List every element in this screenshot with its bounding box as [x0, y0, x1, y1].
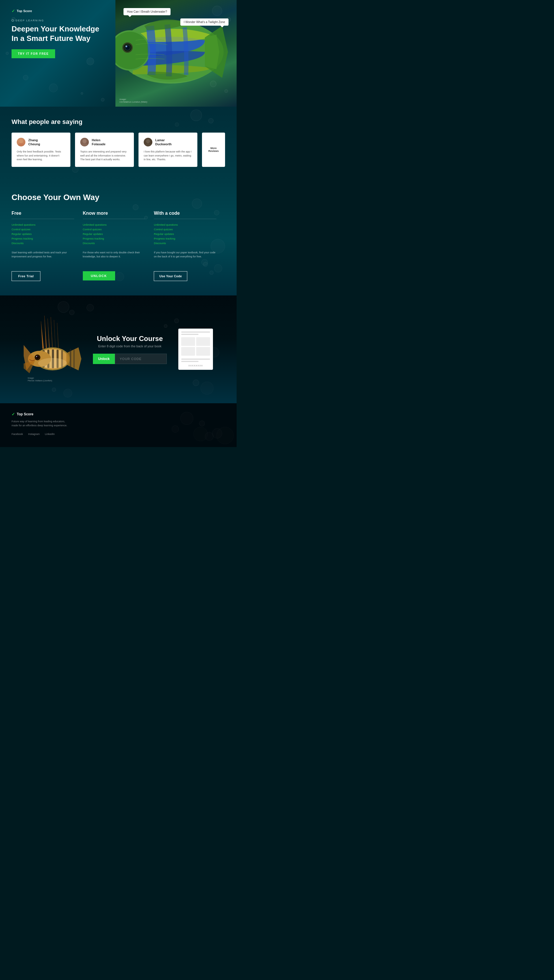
feature-free-1: Unlimited questions [11, 223, 74, 226]
plan-desc-know: For those who want not to only double ch… [83, 250, 145, 265]
plan-divider-code [154, 219, 216, 219]
svg-point-9 [19, 139, 23, 143]
testimonials-row: ZhangCheung Only the best feedback possi… [11, 133, 225, 167]
feature-code-1: Unlimited questions [154, 223, 216, 226]
footer-link-linkedin[interactable]: LinkedIn [45, 433, 55, 436]
pricing-col-code: With a code Unlimited questions Control … [154, 211, 225, 281]
book-line-1 [181, 331, 210, 332]
testimonial-card-2: HelenFolasade Topics are interesting and… [75, 133, 134, 167]
testimonial-card-3: LamarDuckworth I love this platform beca… [139, 133, 197, 167]
avatar-helen [80, 138, 89, 146]
book-grid [181, 337, 210, 356]
pricing-section: Choose Your Own Way Free Unlimited quest… [0, 181, 236, 296]
plan-name-free: Free [11, 211, 74, 216]
footer-link-instagram[interactable]: Instagram [28, 433, 40, 436]
svg-rect-31 [70, 349, 71, 369]
plan-desc-code: If you have bought our paper textbook, f… [154, 250, 216, 265]
use-code-button[interactable]: Use Your Code [154, 271, 187, 281]
lionfish-illustration: Image: Pterois Volitans (Lionfish) [24, 313, 81, 386]
book-line-4 [181, 361, 198, 362]
reviewer-name-2: HelenFolasade [92, 138, 105, 146]
lionfish-caption: Image: Pterois Volitans (Lionfish) [28, 377, 52, 382]
more-reviews-label: More Reviews [207, 147, 220, 153]
book-block-1 [181, 337, 195, 346]
fish-caption: Image: Cirrhilabrus Lunatus (Male) [120, 98, 147, 103]
unlock-subtitle: Enter 8 digit code from the back of your… [93, 344, 167, 348]
footer-logo: ✓ Top Score [11, 412, 225, 417]
pricing-col-know-more: Know more Unlimited questions Control qu… [83, 211, 154, 281]
avatar-lamar [144, 138, 152, 146]
svg-point-11 [83, 139, 86, 143]
hero-title: Deepen Your Knowledge In a Smart Future … [11, 24, 104, 43]
footer: ✓ Top Score Future way of learning from … [0, 403, 236, 447]
plan-desc-free: Start learning with unlimited tests and … [11, 250, 74, 265]
feature-code-4: Progress tracking [154, 237, 216, 240]
feature-know-2: Control quizzes [83, 228, 145, 231]
footer-check-icon: ✓ [11, 412, 15, 417]
check-icon: ✓ [11, 9, 15, 13]
svg-rect-32 [73, 350, 75, 368]
footer-link-facebook[interactable]: Facebook [11, 433, 23, 436]
reviewer-3: LamarDuckworth [144, 138, 192, 146]
testimonials-section: What people are saying ZhangCheung Only … [0, 107, 236, 181]
feature-code-2: Control quizzes [154, 228, 216, 231]
book-block-2 [196, 337, 210, 346]
svg-point-33 [38, 358, 67, 368]
book-mockup: XXXXXXXX [178, 329, 213, 370]
feature-free-2: Control quizzes [11, 228, 74, 231]
feature-free-5: Discounts [11, 242, 74, 245]
speech-bubble-1: How Can I Breath Underwater? [123, 8, 171, 15]
feature-code-5: Discounts [154, 242, 216, 245]
book-inner [181, 331, 210, 362]
hero-left-panel: ✓ Top Score DEEP LEARNING Deepen Your Kn… [0, 0, 115, 107]
hero-section: ✓ Top Score DEEP LEARNING Deepen Your Kn… [0, 0, 236, 107]
reviewer-name-1: ZhangCheung [28, 138, 40, 146]
more-reviews-card[interactable]: More Reviews [202, 133, 225, 167]
svg-point-13 [146, 139, 150, 143]
unlock-section: Image: Pterois Volitans (Lionfish) Unloc… [0, 296, 236, 403]
deep-learning-label: DEEP LEARNING [11, 19, 104, 22]
free-trial-button[interactable]: Free Trial [11, 271, 40, 281]
plan-divider-know-more [83, 219, 145, 219]
pricing-col-free: Free Unlimited questions Control quizzes… [11, 211, 83, 281]
svg-point-12 [81, 143, 88, 146]
reviewer-1: ZhangCheung [17, 138, 65, 146]
plan-name-code: With a code [154, 211, 216, 216]
svg-point-8 [126, 46, 127, 47]
pricing-title: Choose Your Own Way [11, 193, 225, 202]
book-line-3 [181, 359, 210, 360]
book-block-4 [196, 347, 210, 356]
pricing-row: Free Unlimited questions Control quizzes… [11, 211, 225, 281]
review-text-3: I love this platform because with the ap… [144, 150, 192, 162]
feature-know-5: Discounts [83, 242, 145, 245]
code-input[interactable] [115, 354, 167, 364]
svg-point-10 [18, 143, 24, 146]
book-block-3 [181, 347, 195, 356]
reviewer-2: HelenFolasade [80, 138, 129, 146]
plan-name-know-more: Know more [83, 211, 145, 216]
feature-know-3: Regular updates [83, 232, 145, 235]
svg-point-14 [145, 143, 151, 146]
speech-bubble-2: I Wonder What's a Twilight Zone [180, 18, 228, 25]
top-score-logo: ✓ Top Score [11, 9, 104, 13]
hero-right-panel: How Can I Breath Underwater? I Wonder Wh… [115, 0, 236, 107]
review-text-1: Only the best feedback possible. Tests w… [17, 150, 65, 162]
footer-links: Facebook Instagram LinkedIn [11, 433, 225, 436]
svg-point-30 [36, 356, 37, 357]
feature-free-3: Regular updates [11, 232, 74, 235]
footer-tagline: Future way of learning from leading educ… [11, 419, 69, 428]
try-free-button[interactable]: TRY IT FOR FREE [11, 49, 55, 58]
book-line-2 [181, 334, 198, 335]
feature-know-4: Progress tracking [83, 237, 145, 240]
feature-free-4: Progress tracking [11, 237, 74, 240]
feature-know-1: Unlimited questions [83, 223, 145, 226]
unlock-button[interactable]: UNLOCK [83, 271, 115, 280]
feature-code-3: Regular updates [154, 232, 216, 235]
plan-divider-free [11, 219, 74, 219]
unlock-form-row: Unlock [93, 354, 167, 364]
testimonial-card-1: ZhangCheung Only the best feedback possi… [11, 133, 70, 167]
unlock-green-button[interactable]: Unlock [93, 354, 115, 364]
testimonials-title: What people are saying [11, 118, 225, 126]
unlock-course-title: Unlock Your Course [93, 335, 167, 343]
review-text-2: Topics are interesting and prepared very… [80, 150, 129, 162]
